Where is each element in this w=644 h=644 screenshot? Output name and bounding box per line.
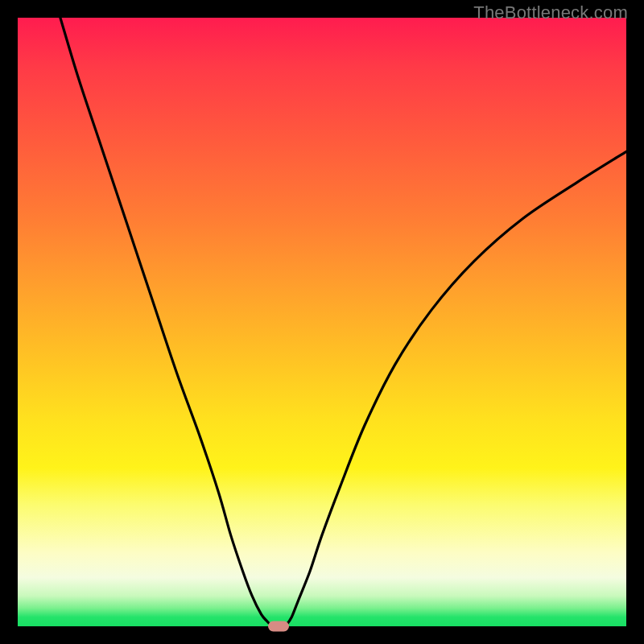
curve-layer xyxy=(18,18,626,626)
curve-right-branch xyxy=(286,151,626,626)
plot-area xyxy=(18,18,626,626)
chart-root: TheBottleneck.com xyxy=(0,0,644,644)
curve-left-branch xyxy=(60,18,272,626)
vertex-marker xyxy=(268,621,289,632)
watermark-text: TheBottleneck.com xyxy=(473,2,628,23)
